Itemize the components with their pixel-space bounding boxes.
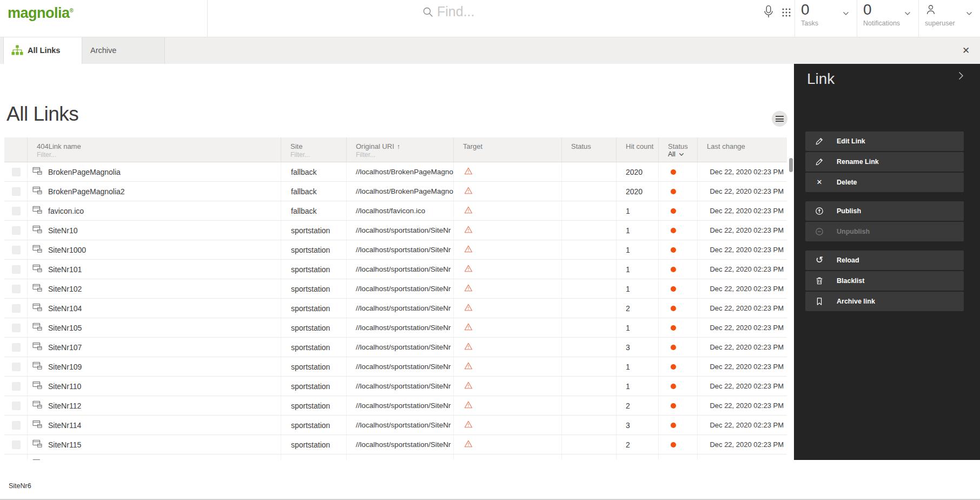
table-row[interactable]: SiteNr115 sportstation //localhost/sport… [4,435,787,455]
action-blacklist[interactable]: Blacklist [805,271,964,291]
header-status-filter[interactable]: Status All [659,137,698,162]
last-change: Dec 22, 2020 02:23 PM [698,182,787,201]
warning-icon [464,284,473,294]
row-checkbox[interactable] [12,421,21,430]
filter-input[interactable]: Filter... [356,151,375,159]
table-row[interactable]: SiteNr107 sportstation //localhost/sport… [4,338,787,357]
table-row[interactable]: SiteNr10 sportstation //localhost/sports… [4,221,787,240]
action-reload[interactable]: ↺Reload [805,251,964,270]
filter-input[interactable]: Filter... [290,151,310,159]
link-original-uri: //localhost/sportstation/SiteNr [347,318,454,337]
link-site: sportstation [281,396,347,415]
link-original-uri: //localhost/sportstation/SiteNr [347,455,454,460]
close-icon[interactable]: ✕ [956,37,976,64]
table-row[interactable]: SiteNr109 sportstation //localhost/sport… [4,357,787,377]
last-change: Dec 22, 2020 02:23 PM [698,201,787,220]
action-delete[interactable]: ✕Delete [805,173,964,192]
header-404link-name[interactable]: 404Link name Filter... [28,137,281,162]
last-change: Dec 22, 2020 02:23 PM [698,357,787,376]
action-panel-title: Link [807,70,835,88]
warning-icon [464,245,473,255]
header-hit-count[interactable]: Hit count [617,137,659,162]
action-rename-link[interactable]: Rename Link [805,152,964,172]
header-status[interactable]: Status [562,137,617,162]
table-row[interactable]: SiteNr110 sportstation //localhost/sport… [4,377,787,396]
table-row[interactable]: SiteNr101 sportstation //localhost/sport… [4,260,787,279]
table-row[interactable]: SiteNr102 sportstation //localhost/sport… [4,279,787,299]
hit-count: 1 [617,201,659,220]
link-site: sportstation [281,455,347,460]
link-name: SiteNr109 [48,363,82,371]
sort-ascending-icon[interactable]: ↑ [397,143,400,150]
link-original-uri: //localhost/BrokenPageMagnol [347,182,454,201]
tab-all-links[interactable]: All Links [3,37,82,64]
row-checkbox[interactable] [12,168,21,176]
action-group: Edit LinkRename Link✕Delete [805,131,964,192]
row-checkbox[interactable] [12,226,21,235]
row-checkbox[interactable] [12,187,21,196]
hit-count: 2020 [617,162,659,181]
link-name: favicon.ico [48,207,84,215]
row-checkbox[interactable] [12,343,21,352]
tab-archive[interactable]: Archive [82,37,165,64]
hit-count: 2 [617,299,659,318]
link-status-empty [562,299,617,318]
table-row[interactable]: BrokenPageMagnolia2 fallback //localhost… [4,182,787,201]
status-filter-select[interactable]: All [668,150,684,158]
microphone-icon[interactable] [763,5,774,21]
action-archive-link[interactable]: Archive link [805,292,964,311]
app-launcher-icon[interactable] [781,7,792,20]
table-row[interactable]: BrokenPageMagnolia fallback //localhost/… [4,162,787,182]
global-search[interactable]: Find... [208,0,759,37]
header-site[interactable]: Site Filter... [281,137,347,162]
row-checkbox[interactable] [12,363,21,371]
last-change: Dec 22, 2020 02:23 PM [698,221,787,240]
list-options-button[interactable] [772,111,787,127]
link-status-empty [562,338,617,357]
link-site: fallback [281,162,347,181]
tasks-dropdown[interactable]: 0 Tasks [794,0,857,37]
link-site: sportstation [281,435,347,454]
table-row[interactable]: SiteNr114 sportstation //localhost/sport… [4,416,787,435]
row-checkbox[interactable] [12,265,21,274]
scrollbar-thumb[interactable] [789,158,793,172]
table-row[interactable]: SiteNr1000 sportstation //localhost/spor… [4,240,787,260]
header-last-change[interactable]: Last change [698,137,787,162]
notifications-dropdown[interactable]: 0 Notifications [857,0,918,37]
table-body: BrokenPageMagnolia fallback //localhost/… [4,162,787,460]
row-checkbox[interactable] [12,207,21,215]
link-site: sportstation [281,221,347,240]
row-checkbox[interactable] [12,246,21,254]
header-target[interactable]: Target [454,137,562,162]
search-input[interactable]: Find... [437,4,474,19]
hit-count: 1 [617,318,659,337]
row-checkbox[interactable] [12,304,21,313]
row-checkbox[interactable] [12,402,21,410]
link-site: sportstation [281,299,347,318]
link-item-icon [32,381,42,392]
table-row[interactable]: SiteNr112 sportstation //localhost/sport… [4,396,787,416]
action-publish[interactable]: Publish [805,201,964,221]
link-status-empty [562,455,617,460]
user-icon [925,4,937,18]
row-checkbox[interactable] [12,382,21,391]
chevron-right-icon[interactable] [958,71,964,82]
hit-count: 3 [617,338,659,357]
row-checkbox[interactable] [12,440,21,449]
filter-input[interactable]: Filter... [37,151,56,159]
notifications-label: Notifications [863,19,900,27]
last-change: Dec 22, 2020 02:23 PM [698,240,787,259]
link-status-empty [562,221,617,240]
user-menu[interactable]: superuser [918,0,980,37]
action-edit-link[interactable]: Edit Link [805,131,964,151]
row-checkbox[interactable] [12,324,21,332]
trash-icon [815,277,824,285]
table-row[interactable]: SiteNr105 sportstation //localhost/sport… [4,318,787,338]
table-row[interactable]: SiteNr116 sportstation //localhost/sport… [4,455,787,460]
table-row[interactable]: favicon.ico fallback //localhost/favicon… [4,201,787,221]
header-original-uri[interactable]: Original URI↑ Filter... [347,137,454,162]
row-checkbox[interactable] [12,285,21,293]
status-dot [671,325,676,331]
table-row[interactable]: SiteNr104 sportstation //localhost/sport… [4,299,787,318]
magnolia-logo: magnolia® [8,5,73,22]
